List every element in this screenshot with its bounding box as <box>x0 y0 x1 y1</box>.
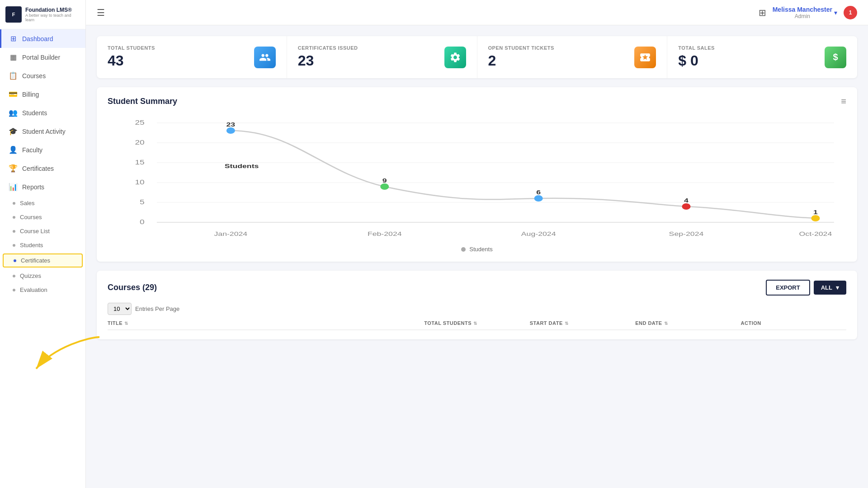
table-header: TITLE ⇅ TOTAL STUDENTS ⇅ START DATE ⇅ EN… <box>108 320 846 330</box>
sidebar-sub-certificates[interactable]: Certificates <box>3 253 83 267</box>
stat-card-tickets: OPEN STUDENT TICKETS 2 <box>477 36 668 78</box>
chevron-down-icon: ▾ <box>834 9 837 16</box>
svg-text:Sep-2024: Sep-2024 <box>669 230 704 237</box>
courses-icon: 📋 <box>9 71 18 80</box>
sidebar-sub-quizzes[interactable]: Quizzes <box>0 269 85 283</box>
bullet-icon <box>13 244 15 247</box>
svg-text:9: 9 <box>382 177 387 183</box>
notification-button[interactable]: 1 <box>844 6 857 19</box>
svg-point-19 <box>534 195 543 202</box>
sub-label: Certificates <box>21 257 50 264</box>
sidebar-sub-courses[interactable]: Courses <box>0 210 85 224</box>
courses-actions: EXPORT ALL ▾ <box>766 280 846 296</box>
filter-dropdown[interactable]: ALL ▾ <box>814 281 846 295</box>
sub-label: Quizzes <box>20 272 41 279</box>
svg-text:25: 25 <box>135 119 144 126</box>
th-title: TITLE ⇅ <box>108 320 424 326</box>
stat-info: CERTIFICATES ISSUED 23 <box>298 45 358 69</box>
stat-info: TOTAL SALES $ 0 <box>678 45 715 69</box>
sidebar-item-label: Dashboard <box>22 35 53 42</box>
svg-text:Students: Students <box>225 163 259 169</box>
sidebar-item-reports[interactable]: 📊 Reports <box>0 178 85 196</box>
sidebar-item-student-activity[interactable]: 🎓 Student Activity <box>0 122 85 141</box>
portal-builder-icon: ▦ <box>9 53 18 61</box>
svg-point-21 <box>811 215 820 221</box>
sidebar-item-students[interactable]: 👥 Students <box>0 103 85 122</box>
sidebar-item-label: Certificates <box>22 165 54 172</box>
svg-text:23: 23 <box>226 121 235 127</box>
bullet-icon <box>13 275 15 277</box>
sidebar-item-label: Student Activity <box>22 128 66 135</box>
sidebar-sub-sales[interactable]: Sales <box>0 196 85 210</box>
export-button[interactable]: EXPORT <box>766 280 810 296</box>
dashboard-icon: ⊞ <box>9 34 18 43</box>
student-summary-chart: 25 20 15 10 5 0 Jan-2024 Feb-2024 Aug-20… <box>108 114 846 240</box>
sidebar: F Foundation LMS® A better way to teach … <box>0 0 86 488</box>
main-area: ☰ ⊞ Melissa Manchester Admin ▾ 1 TOTAL S… <box>86 0 868 488</box>
stat-card-sales: TOTAL SALES $ 0 $ <box>667 36 857 78</box>
sidebar-item-courses[interactable]: 📋 Courses <box>0 66 85 85</box>
svg-text:1: 1 <box>813 209 818 215</box>
student-activity-icon: 🎓 <box>9 127 18 136</box>
user-name: Melissa Manchester <box>773 6 832 13</box>
stat-value: 43 <box>108 52 155 69</box>
topbar: ☰ ⊞ Melissa Manchester Admin ▾ 1 <box>86 0 868 25</box>
stat-icon-sales: $ <box>825 47 846 68</box>
sub-label: Courses <box>20 214 42 221</box>
svg-text:Feb-2024: Feb-2024 <box>368 230 402 237</box>
sub-label: Sales <box>20 200 35 206</box>
sidebar-item-certificates[interactable]: 🏆 Certificates <box>0 159 85 178</box>
per-page-row: 10 Entries Per Page <box>108 303 846 315</box>
logo-icon: F <box>5 6 22 23</box>
stat-label: OPEN STUDENT TICKETS <box>488 45 554 51</box>
chart-menu-icon[interactable]: ≡ <box>841 96 846 107</box>
sub-label: Course List <box>20 228 50 235</box>
svg-text:15: 15 <box>135 159 144 166</box>
bullet-icon <box>13 289 15 291</box>
courses-section: Courses (29) EXPORT ALL ▾ 10 Entries Per… <box>97 271 857 339</box>
sidebar-item-label: Billing <box>22 91 39 98</box>
sort-icon: ⇅ <box>565 321 569 326</box>
sidebar-sub-students[interactable]: Students <box>0 238 85 252</box>
sort-icon: ⇅ <box>473 321 477 326</box>
stat-icon-certificates <box>444 47 466 68</box>
sort-icon: ⇅ <box>664 321 668 326</box>
chart-header: Student Summary ≡ <box>108 96 846 107</box>
bullet-icon <box>13 216 15 219</box>
per-page-label: Entries Per Page <box>135 305 179 312</box>
per-page-select[interactable]: 10 <box>108 303 132 315</box>
stat-value: 2 <box>488 52 554 69</box>
courses-title: Courses (29) <box>108 283 157 292</box>
topbar-right: ⊞ Melissa Manchester Admin ▾ 1 <box>759 6 857 19</box>
th-end-date: END DATE ⇅ <box>635 320 741 326</box>
svg-text:Oct-2024: Oct-2024 <box>799 230 832 237</box>
sidebar-item-dashboard[interactable]: ⊞ Dashboard <box>0 29 85 48</box>
stat-value: $ 0 <box>678 52 715 69</box>
courses-count: (29) <box>142 283 157 292</box>
sidebar-item-faculty[interactable]: 👤 Faculty <box>0 141 85 159</box>
svg-text:10: 10 <box>135 178 144 186</box>
sidebar-item-label: Courses <box>22 72 46 80</box>
user-info[interactable]: Melissa Manchester Admin ▾ <box>773 6 837 19</box>
stat-info: OPEN STUDENT TICKETS 2 <box>488 45 554 69</box>
hamburger-icon[interactable]: ☰ <box>97 7 105 18</box>
logo: F Foundation LMS® A better way to teach … <box>0 0 85 29</box>
stat-info: TOTAL STUDENTS 43 <box>108 45 155 69</box>
svg-text:6: 6 <box>536 189 541 195</box>
chart-container: 25 20 15 10 5 0 Jan-2024 Feb-2024 Aug-20… <box>108 114 846 240</box>
reports-icon: 📊 <box>9 183 18 191</box>
sidebar-item-label: Students <box>22 109 47 117</box>
user-text: Melissa Manchester Admin <box>773 6 832 19</box>
sidebar-item-billing[interactable]: 💳 Billing <box>0 85 85 103</box>
content: TOTAL STUDENTS 43 CERTIFICATES ISSUED 23 <box>86 25 868 488</box>
sidebar-item-portal-builder[interactable]: ▦ Portal Builder <box>0 48 85 66</box>
th-total-students: TOTAL STUDENTS ⇅ <box>424 320 529 326</box>
stat-icon-tickets <box>634 47 656 68</box>
sidebar-sub-course-list[interactable]: Course List <box>0 224 85 238</box>
grid-icon[interactable]: ⊞ <box>759 7 766 18</box>
chart-section: Student Summary ≡ 25 20 15 10 5 <box>97 87 857 262</box>
stat-card-certificates: CERTIFICATES ISSUED 23 <box>287 36 477 78</box>
legend-label: Students <box>469 246 492 253</box>
sidebar-sub-evaluation[interactable]: Evaluation <box>0 283 85 297</box>
bullet-icon <box>14 259 16 262</box>
